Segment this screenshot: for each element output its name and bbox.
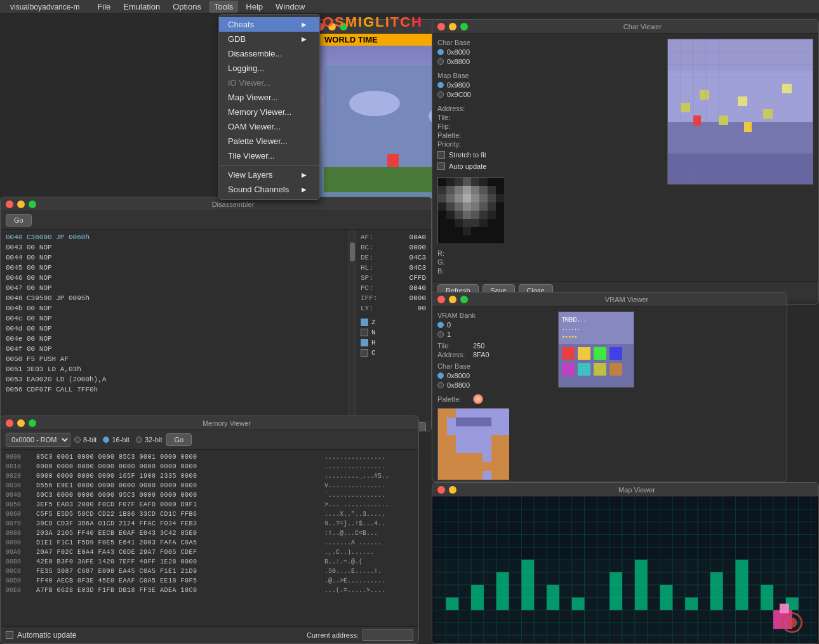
menu-item-view-layers[interactable]: View Layers ▶: [219, 168, 319, 182]
disasm-scrollbar[interactable]: [349, 230, 355, 419]
char-viewer-controls: Char Base 0x8000 0x8800 Map Base 0x9800: [437, 39, 564, 276]
menu-item-disassemble[interactable]: Disassemble...: [219, 46, 319, 61]
radio-0x8000[interactable]: [437, 49, 444, 55]
mem-auto-update-checkbox[interactable]: [6, 631, 13, 639]
mem-max-btn[interactable]: [29, 419, 36, 427]
memory-viewer-window: Memory Viewer 0x0000 - ROM 8-bit 16-bit …: [0, 416, 419, 644]
radio-bank-1[interactable]: [437, 331, 444, 338]
pixel-2: [455, 178, 463, 186]
mem-row-8: 0080 203A 2105 FF40 EECB E0AF E043 3C42 …: [6, 529, 413, 538]
map-min-btn[interactable]: [449, 486, 456, 494]
vt-px-5: [483, 409, 491, 417]
char-max-btn[interactable]: [460, 23, 468, 30]
menu-item-map-viewer[interactable]: Map Viewer...: [219, 90, 319, 105]
menu-item-gdb[interactable]: GDB ▶: [219, 32, 319, 46]
vram-max-btn[interactable]: [460, 296, 468, 303]
map-title: Map Viewer: [460, 486, 813, 494]
pixel-48: [438, 227, 446, 235]
pixel-59: [463, 235, 471, 244]
mem-row-12: 00C0 FE35 3087 C607 E008 EA45 C0A5 F1E1 …: [6, 567, 413, 576]
pixel-10: [455, 186, 463, 194]
menu-help[interactable]: Help: [241, 1, 268, 13]
auto-update-checkbox[interactable]: [437, 162, 445, 170]
flag-n-checkbox[interactable]: [361, 329, 368, 336]
flag-c-checkbox[interactable]: [361, 349, 368, 357]
vram-close-btn[interactable]: [437, 296, 445, 303]
radio-vram-0x8800[interactable]: [437, 382, 444, 388]
disasm-min-btn[interactable]: [17, 200, 25, 208]
flag-c-label: C: [371, 348, 376, 358]
vt-px-45: [483, 453, 491, 462]
vt-px-3: [465, 409, 474, 417]
vram-bank-radio-0[interactable]: 0: [437, 321, 552, 329]
char-min-btn[interactable]: [449, 23, 456, 30]
menu-item-memory-viewer[interactable]: Memory Viewer...: [219, 105, 319, 119]
vt-px-44: [474, 453, 483, 462]
vram-bank-radio-1[interactable]: 1: [437, 331, 552, 338]
vram-min-btn[interactable]: [449, 296, 456, 303]
current-address-input[interactable]: [363, 629, 413, 641]
menu-item-logging[interactable]: Logging...: [219, 61, 319, 76]
menu-item-io-viewer[interactable]: IO Viewer...: [219, 76, 319, 90]
mem-go-btn[interactable]: Go: [166, 433, 192, 446]
svg-rect-19: [744, 122, 752, 132]
radio-0x9800[interactable]: [437, 82, 444, 88]
disasm-go-btn[interactable]: Go: [6, 214, 32, 227]
bit-16-radio[interactable]: [103, 437, 109, 443]
radio-vram-0x8000[interactable]: [437, 372, 444, 379]
palette-field-row: Palette:: [437, 131, 564, 139]
menu-tools[interactable]: Tools: [209, 1, 238, 13]
radio-0x8800[interactable]: [437, 58, 444, 65]
map-close-btn[interactable]: [437, 486, 445, 494]
stretch-checkbox[interactable]: [437, 151, 445, 159]
mem-close-btn[interactable]: [6, 419, 13, 427]
mem-title: Memory Viewer: [40, 419, 413, 427]
pixel-62: [488, 235, 496, 244]
vram-titlebar: VRAM Viewer: [432, 292, 787, 306]
disasm-close-btn[interactable]: [6, 200, 13, 208]
bit-32-radio[interactable]: [136, 437, 142, 443]
char-base-radio-0x8800[interactable]: 0x8800: [437, 58, 564, 65]
menu-options[interactable]: Options: [168, 1, 206, 13]
vt-px-51: [465, 462, 474, 471]
map-base-radio-0x9C00[interactable]: 0x9C00: [437, 91, 564, 98]
vt-px-48: [438, 462, 447, 471]
disasm-max-btn[interactable]: [29, 200, 36, 208]
pixel-53: [479, 227, 488, 235]
mem-min-btn[interactable]: [17, 419, 25, 427]
menu-item-cheats[interactable]: Cheats ▶: [219, 17, 319, 32]
menu-window[interactable]: Window: [270, 1, 310, 13]
flag-h-checkbox[interactable]: [361, 339, 368, 346]
vt-px-2: [456, 409, 465, 417]
scrollbar-thumb[interactable]: [350, 242, 355, 261]
menu-item-oam-viewer[interactable]: OAM Viewer...: [219, 119, 319, 134]
priority-label: Priority:: [437, 140, 469, 148]
app-name[interactable]: visualboyadvance-m: [5, 1, 84, 13]
radio-bank-0[interactable]: [437, 322, 444, 328]
menubar: visualboyadvance-m File Emulation Option…: [0, 0, 819, 14]
vram-char-base-0x8800[interactable]: 0x8800: [437, 381, 552, 389]
menu-item-tile-viewer[interactable]: Tile Viewer...: [219, 148, 319, 163]
world-time-label: WORLD TIME: [324, 35, 378, 44]
char-base-radio-0x8000[interactable]: 0x8000: [437, 48, 564, 56]
radio-0x9C00[interactable]: [437, 91, 444, 98]
mem-address-select[interactable]: 0x0000 - ROM: [6, 433, 70, 447]
flag-z-label: Z: [371, 317, 376, 327]
pixel-55: [496, 227, 504, 235]
char-close-btn[interactable]: [437, 23, 445, 30]
menu-emulation[interactable]: Emulation: [118, 1, 165, 13]
menu-item-palette-viewer[interactable]: Palette Viewer...: [219, 134, 319, 148]
vram-palette-selector[interactable]: [473, 394, 483, 404]
flag-z-checkbox[interactable]: [361, 319, 368, 326]
code-line-8: 004c 00 NOP: [6, 313, 343, 324]
svg-rect-92: [635, 560, 648, 610]
vram-address-field: Address: 8FA0: [437, 351, 552, 358]
vram-char-base-0x8000[interactable]: 0x8000: [437, 372, 552, 379]
map-base-radio-0x9800[interactable]: 0x9800: [437, 81, 564, 89]
vt-px-37: [483, 444, 491, 453]
pixel-51: [463, 227, 471, 235]
menu-item-sound-channels[interactable]: Sound Channels ▶: [219, 182, 319, 197]
menu-file[interactable]: File: [92, 1, 116, 13]
bit-8-radio[interactable]: [74, 437, 81, 443]
vt-px-10: [456, 417, 465, 426]
